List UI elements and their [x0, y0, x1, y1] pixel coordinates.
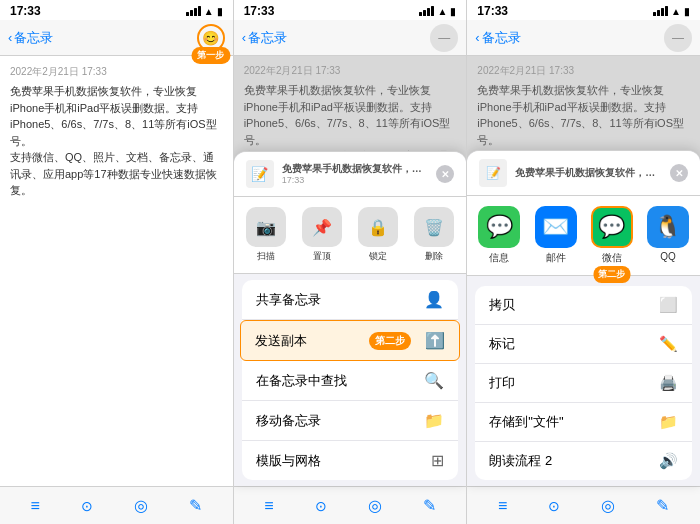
- share-sheet-2: 📝 免费苹果手机数据恢复软件，专业恢复iPhone手机和iPa... 17:33…: [234, 151, 467, 486]
- note-content-1: 2022年2月21日 17:33 免费苹果手机数据恢复软件，专业恢复iPhone…: [0, 56, 233, 486]
- move-label-2: 移动备忘录: [256, 412, 415, 430]
- status-time-1: 17:33: [10, 4, 41, 18]
- nav-action-3[interactable]: —: [664, 24, 692, 52]
- bottom-toolbar-2: ≡ ⊙ ◎ ✎: [234, 486, 467, 524]
- p3-print-label: 打印: [489, 374, 649, 392]
- share-item-collaborate-2[interactable]: 共享备忘录 👤: [242, 280, 459, 320]
- back-chevron-2: ‹: [242, 30, 246, 45]
- nav-back-label-1: 备忘录: [14, 29, 53, 47]
- battery-icon-2: ▮: [450, 6, 456, 17]
- share-action-delete-2[interactable]: 🗑️ 删除: [406, 207, 462, 263]
- p3-copy-item[interactable]: 拷贝 ⬜: [475, 286, 692, 325]
- nav-bar-3: ‹ 备忘录 —: [467, 20, 700, 56]
- preview-text-3: 免费苹果手机数据恢复软件，专业恢复iPhone手机和iPad平板误删数据。支持i…: [515, 166, 662, 180]
- toolbar-markup-icon-2[interactable]: ◎: [368, 496, 382, 515]
- status-time-3: 17:33: [477, 4, 508, 18]
- p3-copy-icon: ⬜: [659, 296, 678, 314]
- send-copy-icon-2: ⬆️: [425, 331, 445, 350]
- app-mail-3[interactable]: ✉️ 邮件: [528, 206, 584, 265]
- toolbar-camera-icon-1[interactable]: ⊙: [81, 498, 93, 514]
- wifi-icon-3: ▲: [671, 6, 681, 17]
- toolbar-markup-icon-3[interactable]: ◎: [601, 496, 615, 515]
- panel-notes-3: 17:33 ▲ ▮ ‹ 备忘录 — 2022年2月21日 17:33 免费苹果手…: [467, 0, 700, 524]
- nav-bar-2: ‹ 备忘录 —: [234, 20, 467, 56]
- move-icon-2: 📁: [424, 411, 444, 430]
- status-icons-3: ▲ ▮: [653, 6, 690, 17]
- messages-icon-3: 💬: [478, 206, 520, 248]
- app-messages-3[interactable]: 💬 信息: [471, 206, 527, 265]
- panel-notes-2: 17:33 ▲ ▮ ‹ 备忘录 — 2022年2月21日 17:33 免费苹果手…: [234, 0, 468, 524]
- step-badge-container-1: 😊 第一步: [197, 24, 225, 52]
- qq-icon-3: 🐧: [647, 206, 689, 248]
- share-preview-2: 📝 免费苹果手机数据恢复软件，专业恢复iPhone手机和iPa... 17:33…: [234, 152, 467, 197]
- p3-markup-icon: ✏️: [659, 335, 678, 353]
- collaborate-label-2: 共享备忘录: [256, 291, 415, 309]
- bottom-toolbar-3: ≡ ⊙ ◎ ✎: [467, 486, 700, 524]
- signal-icon-1: [186, 6, 201, 16]
- share-close-btn-3[interactable]: ✕: [670, 164, 688, 182]
- toolbar-list-icon-3[interactable]: ≡: [498, 497, 507, 515]
- wechat-label-3: 微信: [602, 251, 622, 265]
- note-date-2: 2022年2月21日 17:33: [244, 64, 457, 78]
- toolbar-camera-icon-3[interactable]: ⊙: [548, 498, 560, 514]
- back-chevron-1: ‹: [8, 30, 12, 45]
- step2-badge-container-2: 第二步: [369, 332, 411, 350]
- wechat-icon-3: 💬: [591, 206, 633, 248]
- p3-print-icon: 🖨️: [659, 374, 678, 392]
- delete-label-2: 删除: [425, 250, 443, 263]
- lock-label-2: 锁定: [369, 250, 387, 263]
- share-preview-text-2: 免费苹果手机数据恢复软件，专业恢复iPhone手机和iPa... 17:33: [282, 162, 429, 187]
- step-badge-1: 第一步: [191, 47, 230, 64]
- bottom-toolbar-1: ≡ ⊙ ◎ ✎: [0, 486, 233, 524]
- nav-action-2[interactable]: —: [430, 24, 458, 52]
- p3-save-files-item[interactable]: 存储到"文件" 📁: [475, 403, 692, 442]
- share-action-lock-2[interactable]: 🔒 锁定: [350, 207, 406, 263]
- find-label-2: 在备忘录中查找: [256, 372, 415, 390]
- nav-back-3[interactable]: ‹ 备忘录: [475, 29, 520, 47]
- nav-back-1[interactable]: ‹ 备忘录: [8, 29, 53, 47]
- nav-back-label-2: 备忘录: [248, 29, 287, 47]
- app-qq-3[interactable]: 🐧 QQ: [640, 206, 696, 265]
- scan-label-2: 扫描: [257, 250, 275, 263]
- share-close-button-2[interactable]: ✕: [436, 165, 454, 183]
- find-icon-2: 🔍: [424, 371, 444, 390]
- share-item-template-2[interactable]: 模版与网格 ⊞: [242, 441, 459, 480]
- note-date-3: 2022年2月21日 17:33: [477, 64, 690, 78]
- p3-print-item[interactable]: 打印 🖨️: [475, 364, 692, 403]
- app-wechat-3[interactable]: 💬 微信 第二步: [584, 206, 640, 265]
- p3-copy-label: 拷贝: [489, 296, 649, 314]
- status-time-2: 17:33: [244, 4, 275, 18]
- toolbar-compose-icon-1[interactable]: ✎: [189, 496, 202, 515]
- share-action-scan-2[interactable]: 📷 扫描: [238, 207, 294, 263]
- share-item-send-copy-2[interactable]: 发送副本 第二步 ⬆️: [240, 320, 461, 361]
- p3-speak-item[interactable]: 朗读流程 2 🔊: [475, 442, 692, 480]
- template-icon-2: ⊞: [431, 451, 444, 470]
- step2-badge-3: 第二步: [593, 266, 630, 283]
- toolbar-list-icon-1[interactable]: ≡: [31, 497, 40, 515]
- p3-markup-item[interactable]: 标记 ✏️: [475, 325, 692, 364]
- toolbar-compose-icon-3[interactable]: ✎: [656, 496, 669, 515]
- nav-back-label-3: 备忘录: [482, 29, 521, 47]
- share-item-move-2[interactable]: 移动备忘录 📁: [242, 401, 459, 441]
- send-copy-label-2: 发送副本: [255, 332, 360, 350]
- wifi-icon-2: ▲: [437, 6, 447, 17]
- toolbar-list-icon-2[interactable]: ≡: [264, 497, 273, 515]
- nav-back-2[interactable]: ‹ 备忘录: [242, 29, 287, 47]
- battery-icon-3: ▮: [684, 6, 690, 17]
- toolbar-camera-icon-2[interactable]: ⊙: [315, 498, 327, 514]
- signal-icon-3: [653, 6, 668, 16]
- toolbar-compose-icon-2[interactable]: ✎: [423, 496, 436, 515]
- mail-icon-3: ✉️: [535, 206, 577, 248]
- toolbar-markup-icon-1[interactable]: ◎: [134, 496, 148, 515]
- share-action-pin-2[interactable]: 📌 置顶: [294, 207, 350, 263]
- collaborate-icon-2: 👤: [424, 290, 444, 309]
- share-item-find-2[interactable]: 在备忘录中查找 🔍: [242, 361, 459, 401]
- p3-speak-icon: 🔊: [659, 452, 678, 470]
- preview-icon-3: 📝: [479, 159, 507, 187]
- app-share-row-3: 💬 信息 ✉️ 邮件 💬 微信 第二步 🐧 QQ: [467, 196, 700, 276]
- delete-icon-2: 🗑️: [414, 207, 454, 247]
- status-bar-1: 17:33 ▲ ▮: [0, 0, 233, 20]
- nav-bar-1: ‹ 备忘录 😊 第一步: [0, 20, 233, 56]
- status-bar-2: 17:33 ▲ ▮: [234, 0, 467, 20]
- note-text-1: 免费苹果手机数据恢复软件，专业恢复iPhone手机和iPad平板误删数据。支持i…: [10, 83, 223, 199]
